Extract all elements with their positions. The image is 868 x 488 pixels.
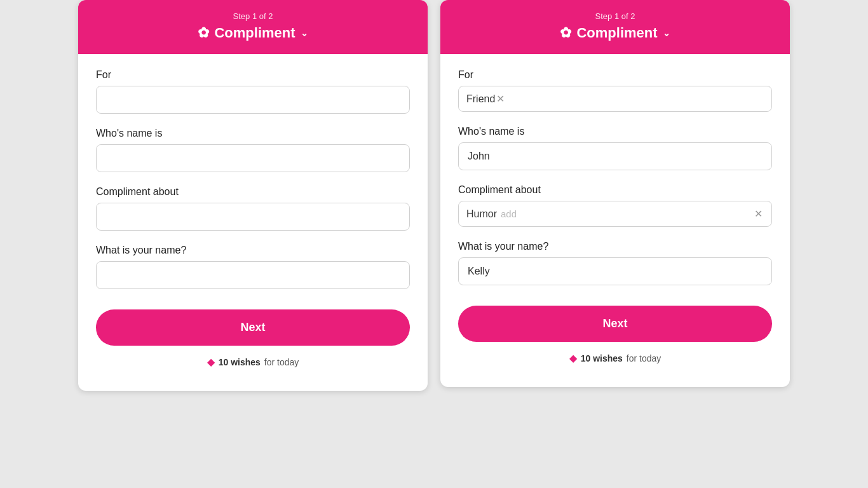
right-for-input-container: Friend ✕: [458, 86, 772, 112]
right-wishes-bold: 10 wishes: [581, 353, 623, 363]
right-add-placeholder[interactable]: add: [501, 208, 517, 219]
left-for-input[interactable]: [96, 86, 410, 114]
right-step-text: Step 1 of 2: [453, 11, 777, 21]
right-compliment-clear-button[interactable]: ✕: [753, 208, 764, 220]
right-next-button[interactable]: Next: [458, 306, 772, 342]
left-diamond-icon: ◆: [207, 356, 215, 368]
right-your-name-input[interactable]: [458, 257, 772, 285]
left-for-label: For: [96, 69, 410, 81]
left-card-body: For Who's name is Compliment about What …: [78, 54, 428, 391]
left-whos-name-label: Who's name is: [96, 128, 410, 139]
left-title-text: Compliment: [214, 25, 295, 41]
right-whos-name-group: Who's name is: [458, 126, 772, 170]
left-your-name-group: What is your name?: [96, 245, 410, 289]
right-humor-tag: Humor: [466, 208, 497, 220]
right-compliment-about-group: Compliment about Humor add ✕: [458, 184, 772, 227]
right-wishes-suffix: for today: [627, 353, 661, 363]
right-compliment-about-container: Humor add ✕: [458, 201, 772, 227]
right-wishes-footer: ◆ 10 wishes for today: [458, 352, 772, 374]
right-diamond-icon: ◆: [569, 352, 577, 364]
page-container: Step 1 of 2 ✿ Compliment ⌄ For Who's nam…: [0, 0, 868, 488]
right-card: Step 1 of 2 ✿ Compliment ⌄ For Friend ✕ …: [440, 0, 790, 387]
right-whos-name-input[interactable]: [458, 142, 772, 170]
right-for-group: For Friend ✕: [458, 69, 772, 112]
left-for-group: For: [96, 69, 410, 114]
left-compliment-about-label: Compliment about: [96, 186, 410, 198]
left-compliment-title: ✿ Compliment ⌄: [91, 25, 415, 41]
right-chevron-icon: ⌄: [663, 28, 670, 38]
left-next-button[interactable]: Next: [96, 309, 410, 346]
left-wishes-bold: 10 wishes: [219, 357, 261, 367]
left-your-name-label: What is your name?: [96, 245, 410, 256]
left-card: Step 1 of 2 ✿ Compliment ⌄ For Who's nam…: [78, 0, 428, 391]
left-whos-name-group: Who's name is: [96, 128, 410, 172]
left-compliment-about-input[interactable]: [96, 203, 410, 231]
right-compliment-title: ✿ Compliment ⌄: [453, 25, 777, 41]
left-whos-name-input[interactable]: [96, 144, 410, 172]
right-for-label: For: [458, 69, 772, 81]
left-your-name-input[interactable]: [96, 261, 410, 289]
left-card-header: Step 1 of 2 ✿ Compliment ⌄: [78, 0, 428, 54]
right-card-body: For Friend ✕ Who's name is Compliment ab…: [440, 54, 790, 387]
left-wishes-footer: ◆ 10 wishes for today: [96, 356, 410, 378]
left-step-text: Step 1 of 2: [91, 11, 415, 21]
right-compliment-about-label: Compliment about: [458, 184, 772, 196]
left-compliment-about-group: Compliment about: [96, 186, 410, 231]
right-your-name-group: What is your name?: [458, 241, 772, 285]
right-title-text: Compliment: [576, 25, 657, 41]
left-chevron-icon: ⌄: [301, 28, 308, 38]
right-whos-name-label: Who's name is: [458, 126, 772, 137]
right-for-clear-button[interactable]: ✕: [495, 93, 506, 105]
left-wishes-suffix: for today: [264, 357, 299, 367]
right-your-name-label: What is your name?: [458, 241, 772, 252]
right-card-header: Step 1 of 2 ✿ Compliment ⌄: [440, 0, 790, 54]
right-for-tag: Friend: [466, 93, 495, 105]
right-tag-container: Humor add: [466, 208, 753, 220]
right-flower-icon: ✿: [560, 25, 571, 41]
left-flower-icon: ✿: [198, 25, 209, 41]
